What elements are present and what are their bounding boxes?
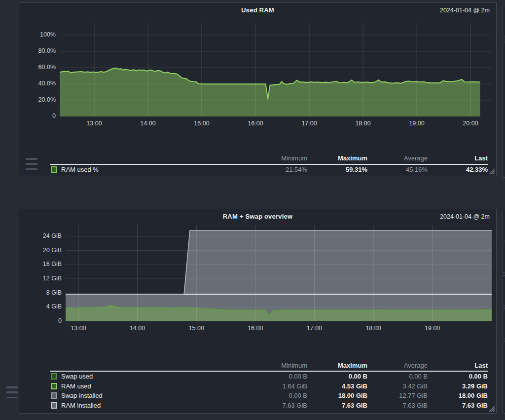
legend-header-row: MinimumMaximumAverageLast	[50, 153, 488, 165]
cropped-panel	[503, 5, 505, 37]
x-axis: 13:0014:0015:0016:0017:0018:0019:0020:00	[60, 120, 492, 128]
panel-timestamp: 2024-01-04 @ 2m	[440, 213, 490, 220]
legend-stat-value: 12.77 GiB	[367, 392, 428, 399]
legend-series-label[interactable]: RAM installed	[50, 402, 247, 409]
panel-title[interactable]: Used RAM	[19, 6, 496, 14]
x-tick-label: 15:00	[189, 325, 204, 332]
legend-header: Maximum	[307, 362, 367, 369]
panel-title[interactable]: RAM + Swap overview	[19, 213, 496, 220]
legend-stat-value: 7.63 GiB	[428, 402, 488, 409]
resize-handle-icon[interactable]	[488, 405, 495, 412]
cropped-panel	[503, 42, 505, 178]
cropped-panel	[503, 308, 505, 339]
x-axis: 13:0014:0015:0016:0017:0018:0019:00	[66, 325, 492, 333]
time-series-graph[interactable]	[60, 23, 492, 116]
legend-stat-value: 7.63 GiB	[367, 402, 428, 409]
y-tick-label: 4 GiB	[19, 303, 62, 310]
legend-stat-value: 0.00 B	[307, 373, 367, 380]
resize-handle-icon[interactable]	[488, 168, 495, 174]
y-axis: 24 GiB20 GiB16 GiB12 GiB8 GiB4 GiB0	[19, 225, 62, 321]
x-tick-label: 18:00	[365, 325, 381, 332]
legend-stat-value: 59.31%	[307, 166, 367, 173]
series-swatch-icon	[51, 383, 57, 389]
legend-series-label[interactable]: RAM used %	[50, 166, 247, 173]
x-tick-label: 18:00	[355, 120, 370, 127]
legend-stat-value: 4.53 GiB	[307, 382, 367, 390]
legend-stat-value: 0.00 B	[247, 373, 307, 380]
x-tick-label: 15:00	[194, 120, 209, 127]
y-tick-label: 60.0%	[19, 64, 56, 71]
y-tick-label: 24 GiB	[19, 232, 62, 239]
cropped-panel	[503, 210, 505, 240]
x-tick-label: 16:00	[248, 325, 263, 332]
y-tick-label: 0	[19, 113, 56, 119]
x-tick-label: 13:00	[71, 325, 86, 332]
cropped-panel	[503, 342, 505, 414]
x-tick-label: 14:00	[130, 325, 145, 332]
y-tick-label: 8 GiB	[19, 289, 62, 296]
y-tick-label: 100%	[19, 31, 56, 38]
legend-header: Last	[428, 362, 488, 369]
panel-used-ram: Used RAM 2024-01-04 @ 2m 100%80.0%60.0%4…	[19, 2, 497, 176]
legend-stat-value: 18.00 GiB	[307, 392, 367, 399]
legend-header: Minimum	[247, 154, 307, 162]
x-tick-label: 14:00	[140, 120, 155, 127]
legend-stat-value: 7.63 GiB	[247, 402, 307, 409]
series-swatch-icon	[51, 373, 57, 380]
legend-row: RAM used %21.54%59.31%45.16%42.33%	[50, 165, 488, 175]
legend-stat-value: 0.00 B	[247, 392, 307, 399]
cropped-panel	[503, 275, 505, 306]
x-tick-label: 17:00	[307, 325, 322, 332]
x-tick-label: 16:00	[248, 120, 263, 127]
x-tick-label: 19:00	[409, 120, 424, 127]
x-tick-label: 20:00	[463, 120, 478, 127]
grafana-dashboard: Used RAM 2024-01-04 @ 2m 100%80.0%60.0%4…	[0, 0, 505, 420]
legend-stat-value: 3.42 GiB	[367, 382, 428, 390]
y-tick-label: 80.0%	[19, 47, 56, 54]
legend-row: RAM used1.64 GiB4.53 GiB3.42 GiB3.29 GiB	[50, 382, 488, 391]
legend-stat-value: 0.00 B	[367, 373, 428, 380]
legend-header: Last	[428, 154, 488, 162]
panel-menu-icon[interactable]	[26, 158, 37, 170]
legend-stat-value: 7.63 GiB	[307, 402, 367, 409]
panel-ram-swap-overview: RAM + Swap overview 2024-01-04 @ 2m 24 G…	[19, 209, 497, 414]
legend-header: Average	[367, 362, 428, 369]
legend-table: MinimumMaximumAverageLastRAM used %21.54…	[50, 153, 488, 175]
cropped-panel	[503, 243, 505, 273]
y-tick-label: 40.0%	[19, 80, 56, 87]
legend-stat-value: 0.00 B	[428, 373, 488, 380]
legend-header: Minimum	[247, 362, 307, 369]
legend-stat-value: 21.54%	[247, 166, 307, 173]
y-tick-label: 20.0%	[19, 96, 56, 103]
y-axis: 100%80.0%60.0%40.0%20.0%0	[19, 23, 56, 116]
y-tick-label: 0	[19, 317, 62, 324]
legend-stat-value: 18.00 GiB	[428, 392, 488, 399]
chart-canvas[interactable]	[60, 23, 492, 116]
y-tick-label: 20 GiB	[19, 247, 62, 254]
legend-stat-value: 3.29 GiB	[428, 382, 488, 390]
x-tick-label: 19:00	[425, 325, 440, 332]
legend-stat-value: 1.64 GiB	[247, 382, 307, 390]
legend-header: Maximum	[307, 154, 367, 162]
x-tick-label: 17:00	[301, 120, 317, 127]
legend-series-label[interactable]: RAM used	[50, 382, 247, 390]
series-swatch-icon	[51, 402, 57, 409]
legend-stat-value: 42.33%	[428, 166, 488, 173]
legend-table: MinimumMaximumAverageLastSwap used0.00 B…	[50, 360, 488, 410]
panel-menu-icon[interactable]	[6, 386, 18, 398]
x-tick-label: 13:00	[86, 120, 102, 127]
y-tick-label: 12 GiB	[19, 275, 62, 282]
series-swatch-icon	[51, 166, 57, 173]
legend-row: RAM installed7.63 GiB7.63 GiB7.63 GiB7.6…	[50, 401, 488, 411]
legend-stat-value: 45.16%	[367, 166, 428, 173]
legend-series-label[interactable]: Swap installed	[50, 392, 247, 399]
time-series-graph[interactable]	[66, 225, 492, 321]
legend-header-row: MinimumMaximumAverageLast	[50, 360, 488, 372]
panel-timestamp: 2024-01-04 @ 2m	[440, 7, 490, 14]
legend-row: Swap used0.00 B0.00 B0.00 B0.00 B	[50, 372, 488, 382]
legend-row: Swap installed0.00 B18.00 GiB12.77 GiB18…	[50, 391, 488, 401]
legend-series-label[interactable]: Swap used	[50, 373, 247, 380]
legend-header: Average	[367, 154, 428, 162]
y-tick-label: 16 GiB	[19, 261, 62, 267]
chart-canvas[interactable]	[66, 225, 492, 321]
